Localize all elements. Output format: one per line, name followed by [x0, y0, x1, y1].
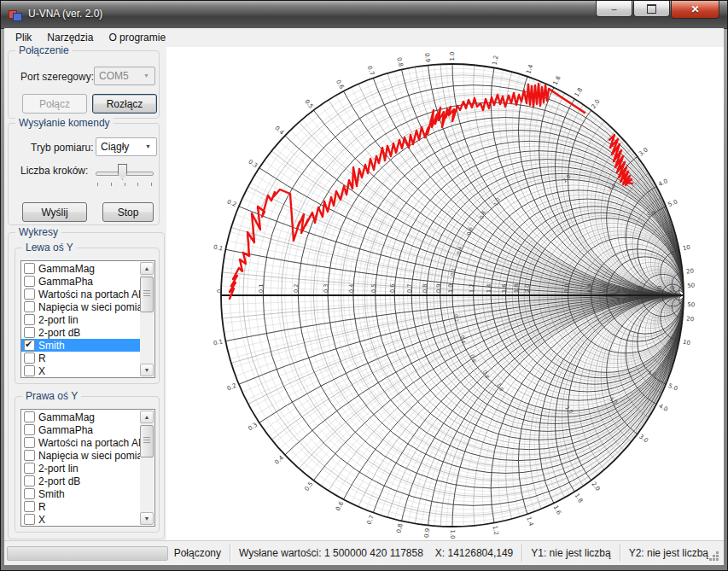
checkbox[interactable]: [24, 437, 35, 448]
scroll-up-icon[interactable]: ▲: [140, 411, 154, 423]
checklist-item-label: Wartości na portach ADC: [38, 288, 140, 300]
checkbox[interactable]: [24, 263, 35, 274]
checklist-item[interactable]: GammaMag: [21, 262, 140, 275]
checkbox[interactable]: [24, 327, 35, 338]
checklist-item-label: 2-port lin: [38, 314, 79, 326]
svg-text:2.0: 2.0: [590, 481, 601, 492]
svg-text:10: 10: [682, 339, 690, 347]
checkbox[interactable]: [24, 276, 35, 287]
svg-text:2.0: 2.0: [564, 405, 574, 415]
group-left-axis: Lewa oś Y GammaMagGammaPhaWartości na po…: [15, 248, 160, 384]
checkbox[interactable]: [24, 501, 35, 512]
checklist-item[interactable]: Smith: [21, 339, 140, 352]
checklist-item-label: GammaPha: [38, 424, 93, 436]
svg-text:4.0: 4.0: [657, 178, 669, 188]
svg-text:1.8: 1.8: [574, 492, 585, 504]
checklist-item[interactable]: GammaPha: [21, 275, 140, 288]
smith-chart[interactable]: 00.10.20.30.40.50.60.70.80.91.01.21.41.6…: [166, 47, 724, 543]
group-left-axis-caption: Lewa oś Y: [22, 242, 77, 253]
svg-text:0.9: 0.9: [435, 284, 442, 293]
left-axis-scrollbar[interactable]: ▲ ▼: [140, 262, 154, 376]
checkbox[interactable]: [24, 463, 35, 474]
checkbox[interactable]: [24, 514, 35, 525]
svg-text:2.0: 2.0: [524, 284, 531, 293]
svg-text:0.4: 0.4: [273, 125, 285, 137]
checklist-item[interactable]: GammaMag: [21, 411, 140, 423]
checkbox[interactable]: [24, 488, 35, 499]
resize-grip[interactable]: [716, 558, 719, 561]
close-button[interactable]: ✕: [671, 1, 719, 19]
checkbox[interactable]: [24, 365, 35, 376]
checkbox[interactable]: [24, 301, 35, 312]
chevron-down-icon: ▼: [139, 68, 154, 84]
checklist-item[interactable]: Napięcia w sieci pomiarow: [21, 300, 140, 313]
svg-text:1.4: 1.4: [525, 63, 534, 75]
status-separator: [230, 545, 230, 562]
checklist-item[interactable]: Napięcia w sieci pomiarow: [21, 449, 140, 462]
checkbox[interactable]: [24, 340, 35, 351]
titlebar[interactable]: U-VNA (ver. 2.0) – ✕: [1, 1, 727, 29]
right-axis-scrollbar[interactable]: ▲ ▼: [140, 411, 154, 525]
svg-text:0: 0: [216, 289, 223, 293]
right-axis-scroll-thumb[interactable]: [140, 425, 154, 457]
checklist-item[interactable]: X: [21, 364, 140, 377]
measure-mode-value: Ciągły: [101, 141, 129, 153]
checkbox[interactable]: [24, 424, 35, 435]
menu-item-o-programie[interactable]: O programie: [101, 28, 173, 47]
svg-text:0.5: 0.5: [303, 98, 314, 110]
svg-text:1.4: 1.4: [525, 516, 534, 527]
maximize-button[interactable]: [633, 1, 670, 17]
svg-text:0.7: 0.7: [406, 284, 413, 293]
scroll-down-icon[interactable]: ▼: [140, 512, 154, 525]
checkbox[interactable]: [24, 314, 35, 325]
checklist-item[interactable]: 2-port dB: [21, 475, 140, 487]
svg-text:50: 50: [669, 286, 676, 293]
steps-label: Liczba kroków:: [20, 165, 88, 177]
checklist-item[interactable]: X: [21, 513, 140, 526]
disconnect-button[interactable]: Rozłącz: [92, 94, 157, 114]
checkbox[interactable]: [24, 475, 35, 487]
measure-mode-combo[interactable]: Ciągły ▼: [96, 137, 157, 156]
checkbox[interactable]: [24, 288, 35, 300]
left-axis-scroll-thumb[interactable]: [140, 277, 154, 312]
svg-text:1.0: 1.0: [496, 382, 505, 392]
checklist-item[interactable]: 2-port dB: [21, 326, 140, 339]
checklist-item[interactable]: Smith: [21, 487, 140, 500]
group-send-command-caption: Wysyłanie komendy: [15, 117, 114, 129]
svg-text:50: 50: [687, 301, 695, 308]
checklist-item[interactable]: 2-port lin: [21, 462, 140, 475]
checkbox[interactable]: [24, 353, 35, 364]
svg-text:5.0: 5.0: [667, 382, 678, 393]
svg-text:0.2: 0.2: [226, 198, 237, 208]
steps-slider-thumb[interactable]: [118, 164, 127, 180]
svg-text:20: 20: [656, 286, 663, 293]
svg-text:2.0: 2.0: [562, 173, 572, 184]
svg-text:1.2: 1.2: [469, 284, 475, 293]
statusbar: Połączony Wysłane wartości: 1 500000 420…: [4, 540, 724, 565]
stop-button[interactable]: Stop: [102, 202, 154, 222]
send-button[interactable]: Wyślij: [22, 202, 87, 222]
scroll-down-icon[interactable]: ▼: [140, 364, 154, 376]
checklist-item[interactable]: Wartości na portach ADC: [21, 288, 140, 300]
svg-text:0.1: 0.1: [213, 338, 224, 347]
checkbox[interactable]: [24, 411, 35, 422]
svg-text:4.0: 4.0: [657, 403, 669, 413]
checklist-item[interactable]: R: [21, 500, 140, 513]
svg-text:0.1: 0.1: [258, 284, 265, 293]
svg-text:0.3: 0.3: [323, 284, 329, 293]
checklist-item-label: 2-port dB: [38, 327, 80, 339]
checklist-item-label: Napięcia w sieci pomiarow: [38, 450, 140, 462]
app-window: U-VNA (ver. 2.0) – ✕ Plik Narzędzia O pr…: [0, 0, 728, 571]
minimize-button[interactable]: –: [596, 1, 632, 17]
status-y1: Y1: nie jest liczbą: [525, 547, 616, 559]
window-title: U-VNA (ver. 2.0): [28, 1, 102, 28]
checklist-item[interactable]: Wartości na portach ADC: [21, 436, 140, 449]
checklist-item[interactable]: R: [21, 352, 140, 364]
checklist-item[interactable]: 2-port lin: [21, 313, 140, 326]
checklist-item-label: 2-port dB: [38, 475, 80, 487]
checklist-item[interactable]: GammaPha: [21, 423, 140, 436]
client-area: Plik Narzędzia O programie 00.10.20.30.4…: [4, 28, 724, 565]
scroll-up-icon[interactable]: ▲: [140, 262, 154, 275]
svg-text:1.6: 1.6: [501, 284, 508, 293]
checkbox[interactable]: [24, 450, 35, 461]
